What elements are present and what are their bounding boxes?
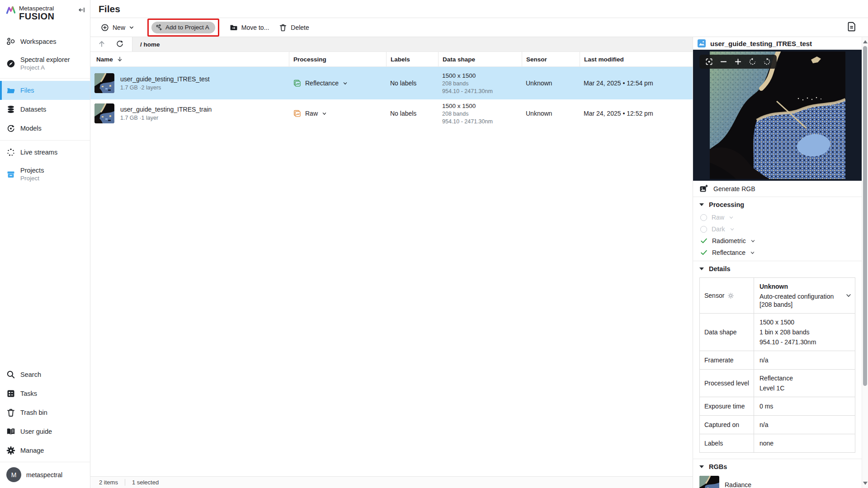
user-menu[interactable]: M metaspectral bbox=[0, 462, 90, 488]
sidebar-item-files[interactable]: Files bbox=[0, 81, 90, 100]
sidebar-item-datasets[interactable]: Datasets bbox=[0, 100, 90, 119]
sidebar-spacer bbox=[0, 187, 90, 359]
rotate-ccw-icon bbox=[749, 58, 756, 66]
processing-dropdown[interactable]: Reflectance bbox=[293, 79, 386, 87]
detail-row-exposure-time: Exposure time 0 ms bbox=[700, 397, 855, 415]
column-header-processing[interactable]: Processing bbox=[289, 52, 386, 66]
section-header-details[interactable]: Details bbox=[693, 261, 862, 276]
sidebar-item-label: Manage bbox=[20, 447, 44, 454]
table-row[interactable]: user_guide_testing_ITRES_test 1.7 GB ·2 … bbox=[90, 67, 693, 99]
column-header-sensor[interactable]: Sensor bbox=[522, 52, 580, 66]
processing-value: Reflectance bbox=[305, 80, 339, 87]
zoom-in-button[interactable] bbox=[734, 58, 742, 66]
up-icon bbox=[98, 40, 106, 48]
sidebar-item-sublabel: Project A bbox=[20, 64, 70, 71]
radio-icon bbox=[700, 226, 707, 233]
rotate-ccw-button[interactable] bbox=[749, 58, 756, 66]
file-name: user_guide_testing_ITRES_train bbox=[120, 106, 212, 113]
delete-button[interactable]: Delete bbox=[274, 21, 314, 34]
brand-bottom: FUSION bbox=[19, 12, 55, 21]
layers-image-icon bbox=[293, 79, 301, 87]
generate-rgb-button[interactable]: Generate RGB bbox=[693, 181, 862, 197]
generate-rgb-icon bbox=[699, 184, 708, 193]
detail-row-processed-level: Processed level Reflectance Level 1C bbox=[700, 369, 855, 397]
sidebar-item-tasks[interactable]: Tasks bbox=[0, 384, 90, 403]
data-shape-bands: 208 bands bbox=[442, 111, 522, 117]
sidebar-item-search[interactable]: Search bbox=[0, 365, 90, 384]
sidebar-item-user-guide[interactable]: User guide bbox=[0, 422, 90, 441]
column-header-data-shape[interactable]: Data shape bbox=[438, 52, 522, 66]
sidebar-nav-top: Workspaces Spectral explorer Project A bbox=[0, 32, 90, 187]
scrollbar-thumb[interactable] bbox=[863, 46, 867, 386]
divider bbox=[0, 78, 90, 79]
breadcrumb-bar: / home bbox=[90, 37, 693, 52]
column-header-name[interactable]: Name bbox=[90, 52, 289, 66]
check-icon bbox=[700, 237, 708, 244]
column-header-last-modified[interactable]: Last modified bbox=[580, 52, 693, 66]
rgb-item-radiance[interactable]: Radiance bbox=[693, 474, 862, 488]
sensor-config-dropdown[interactable]: Unknown Auto-created configuration [208 … bbox=[754, 278, 855, 313]
layers-image-icon bbox=[293, 109, 301, 117]
sidebar-item-live-streams[interactable]: Live streams bbox=[0, 143, 90, 162]
divider bbox=[125, 479, 125, 486]
collapse-triangle-icon bbox=[699, 465, 704, 468]
sidebar-item-models[interactable]: Models bbox=[0, 119, 90, 138]
user-name: metaspectral bbox=[26, 471, 62, 479]
gear-small-icon[interactable] bbox=[727, 292, 734, 299]
detail-row-data-shape: Data shape 1500 x 1500 1 bin x 208 bands… bbox=[700, 313, 855, 351]
rotate-cw-icon bbox=[763, 58, 771, 66]
data-shape-dims: 1500 x 1500 bbox=[442, 103, 522, 109]
zoom-in-icon bbox=[734, 58, 742, 66]
brand-top: Metaspectral bbox=[19, 5, 55, 12]
add-to-project-button[interactable]: Add to Project A bbox=[151, 22, 215, 33]
avatar: M bbox=[6, 467, 21, 482]
move-to-label: Move to... bbox=[241, 24, 269, 31]
processing-option-raw[interactable]: Raw bbox=[693, 211, 862, 223]
scroll-up-icon[interactable] bbox=[863, 40, 868, 43]
table-row[interactable]: user_guide_testing_ITRES_train 1.7 GB ·1… bbox=[90, 99, 693, 127]
sidebar-item-spectral-explorer[interactable]: Spectral explorer Project A bbox=[0, 51, 90, 76]
collapse-triangle-icon bbox=[699, 203, 704, 206]
section-header-processing[interactable]: Processing bbox=[693, 197, 862, 211]
chevron-down-icon bbox=[845, 292, 852, 299]
toolbar: New Add to Project A bbox=[90, 18, 868, 37]
app-root: Metaspectral FUSION Workspaces bbox=[0, 0, 868, 488]
sidebar-item-trash-bin[interactable]: Trash bin bbox=[0, 403, 90, 422]
sensor-value: Unknown bbox=[522, 80, 580, 87]
section-header-rgbs[interactable]: RGBs bbox=[693, 459, 862, 474]
labels-value: No labels bbox=[386, 110, 438, 117]
sidebar-item-label: User guide bbox=[20, 428, 52, 435]
scroll-down-icon[interactable] bbox=[863, 482, 868, 485]
preview-image bbox=[710, 52, 845, 179]
sidebar-item-workspaces[interactable]: Workspaces bbox=[0, 32, 90, 51]
metaspectral-logo-icon bbox=[6, 5, 15, 14]
panel-scrollbar[interactable] bbox=[862, 37, 868, 488]
processing-option-dark[interactable]: Dark bbox=[693, 223, 862, 235]
empty-area bbox=[90, 127, 693, 476]
processing-option-reflectance[interactable]: Reflectance bbox=[693, 247, 862, 258]
navigate-up-button[interactable] bbox=[98, 40, 106, 49]
image-preview[interactable] bbox=[693, 50, 862, 181]
sidebar-item-manage[interactable]: Manage bbox=[0, 441, 90, 460]
chevron-down-icon bbox=[729, 215, 734, 220]
collapse-sidebar-icon[interactable] bbox=[78, 6, 85, 15]
rotate-cw-button[interactable] bbox=[763, 58, 771, 66]
sidebar-item-projects[interactable]: Projects Project bbox=[0, 162, 90, 187]
chevron-down-icon bbox=[750, 239, 755, 244]
add-to-project-label: Add to Project A bbox=[165, 24, 209, 31]
zoom-out-button[interactable] bbox=[720, 58, 727, 66]
column-header-labels[interactable]: Labels bbox=[386, 52, 438, 66]
processing-option-radiometric[interactable]: Radiometric bbox=[693, 235, 862, 247]
processing-dropdown[interactable]: Raw bbox=[293, 109, 386, 117]
sidebar-item-sublabel: Project bbox=[20, 175, 44, 182]
refresh-button[interactable] bbox=[116, 40, 124, 49]
new-button[interactable]: New bbox=[96, 21, 139, 34]
manage-icon bbox=[6, 446, 15, 455]
add-to-project-icon bbox=[156, 24, 163, 31]
preview-toolbar bbox=[699, 55, 777, 69]
fit-view-button[interactable] bbox=[705, 58, 713, 66]
table-header: Name Processing Labels Data shape Sensor… bbox=[90, 52, 693, 67]
move-to-button[interactable]: Move to... bbox=[225, 21, 274, 34]
document-details-button[interactable] bbox=[846, 21, 857, 34]
image-icon bbox=[698, 39, 706, 47]
